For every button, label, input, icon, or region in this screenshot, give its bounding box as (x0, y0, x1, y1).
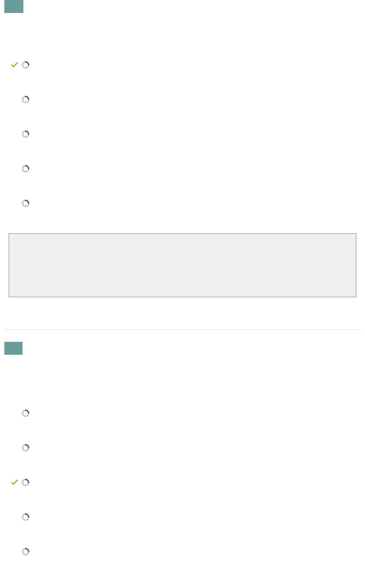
answer-option[interactable] (10, 60, 361, 70)
check-slot-empty (10, 131, 19, 138)
check-slot-empty (10, 410, 19, 417)
check-slot-empty (10, 200, 19, 207)
answer-option-list (4, 408, 361, 556)
question-section-2 (4, 342, 361, 556)
answer-option[interactable] (10, 199, 361, 208)
check-slot-empty (10, 96, 19, 103)
loading-spinner-icon (22, 96, 29, 103)
question-section-1 (4, 0, 361, 299)
loading-spinner-icon (22, 409, 29, 417)
loading-spinner-icon (22, 513, 29, 521)
correct-check-icon (10, 479, 19, 486)
explanation-textarea-wrap (4, 233, 361, 299)
check-slot-empty (10, 165, 19, 172)
section-divider (4, 329, 361, 330)
check-slot-empty (10, 444, 19, 451)
loading-spinner-icon (22, 165, 29, 173)
answer-option[interactable] (10, 443, 361, 453)
answer-option[interactable] (10, 478, 361, 487)
loading-spinner-icon (22, 199, 29, 207)
question-number-badge (4, 0, 23, 13)
loading-spinner-icon (22, 479, 29, 486)
loading-spinner-icon (22, 548, 29, 556)
answer-option[interactable] (10, 512, 361, 522)
answer-option[interactable] (10, 164, 361, 174)
answer-option[interactable] (10, 547, 361, 556)
answer-option[interactable] (10, 95, 361, 104)
loading-spinner-icon (22, 61, 29, 69)
explanation-textarea[interactable] (9, 233, 356, 297)
answer-option-list (4, 60, 361, 208)
correct-check-icon (10, 61, 19, 68)
answer-option[interactable] (10, 129, 361, 139)
loading-spinner-icon (22, 130, 29, 138)
check-slot-empty (10, 514, 19, 521)
answer-option[interactable] (10, 408, 361, 418)
loading-spinner-icon (22, 444, 29, 452)
check-slot-empty (10, 548, 19, 555)
question-number-badge (4, 342, 23, 355)
